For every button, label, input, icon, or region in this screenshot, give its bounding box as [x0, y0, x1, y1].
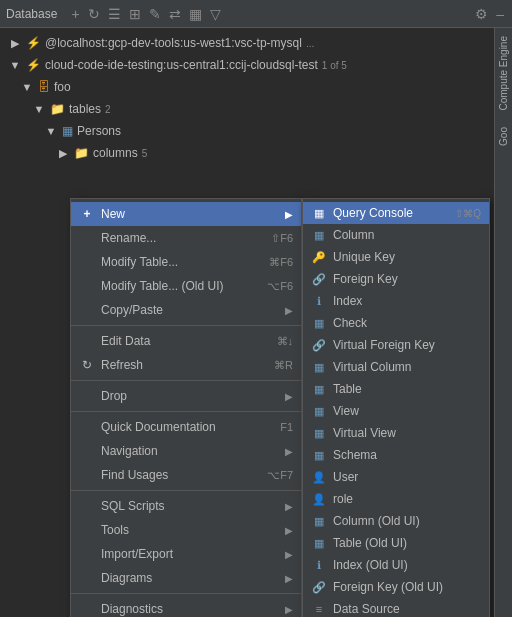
settings-icon[interactable]: ⚙: [473, 4, 490, 24]
tree-area: ▶ ⚡ @localhost:gcp-dev-tools:us-west1:vs…: [0, 28, 494, 617]
columns-icon[interactable]: ⊞: [127, 4, 143, 24]
menu-item-editdata[interactable]: Edit Data ⌘↓: [71, 329, 301, 353]
submenu-item-table[interactable]: ▦ Table: [303, 378, 489, 400]
submenu-item-column-old[interactable]: ▦ Column (Old UI): [303, 510, 489, 532]
fk-old-icon: 🔗: [311, 581, 327, 594]
submenu-label-column: Column: [333, 228, 374, 242]
submenu-label-table-old: Table (Old UI): [333, 536, 407, 550]
submenu-item-virtualcol[interactable]: ▦ Virtual Column: [303, 356, 489, 378]
menu-label-diagrams: Diagrams: [101, 571, 285, 585]
menu-item-drop[interactable]: Drop ▶: [71, 384, 301, 408]
sep-3: [71, 411, 301, 412]
submenu-label-index: Index: [333, 294, 362, 308]
submenu-item-column[interactable]: ▦ Column: [303, 224, 489, 246]
submenu-item-user[interactable]: 👤 User: [303, 466, 489, 488]
menu-item-new[interactable]: + New ▶: [71, 202, 301, 226]
submenu-item-check[interactable]: ▦ Check: [303, 312, 489, 334]
arrow-icon-new: ▶: [285, 209, 293, 220]
submenu-item-datasource[interactable]: ≡ Data Source: [303, 598, 489, 617]
virtualfk-icon: 🔗: [311, 339, 327, 352]
submenu-label-virtualview: Virtual View: [333, 426, 396, 440]
submenu-item-view[interactable]: ▦ View: [303, 400, 489, 422]
submenu-item-table-old[interactable]: ▦ Table (Old UI): [303, 532, 489, 554]
menu-item-importexport[interactable]: Import/Export ▶: [71, 542, 301, 566]
tree-item-foo[interactable]: ▼ 🗄 foo: [0, 76, 494, 98]
right-tab-compute[interactable]: Compute Engine: [496, 28, 511, 119]
column-icon: ▦: [311, 229, 327, 242]
arrow-icon-nav: ▶: [285, 446, 293, 457]
shortcut-modify: ⌘F6: [269, 256, 293, 269]
submenu-item-schema[interactable]: ▦ Schema: [303, 444, 489, 466]
submenu-label-column-old: Column (Old UI): [333, 514, 420, 528]
submenu-item-role[interactable]: 👤 role: [303, 488, 489, 510]
menu-label-importexport: Import/Export: [101, 547, 285, 561]
right-tab-goo[interactable]: Goo: [496, 119, 511, 154]
menu-item-tools[interactable]: Tools ▶: [71, 518, 301, 542]
add-icon[interactable]: +: [69, 4, 81, 24]
submenu-item-index-old[interactable]: ℹ Index (Old UI): [303, 554, 489, 576]
sync-icon[interactable]: ⇄: [167, 4, 183, 24]
arrow-icon-diagnostics: ▶: [285, 604, 293, 615]
tree-item-label-3: foo: [54, 80, 71, 94]
list-icon[interactable]: ☰: [106, 4, 123, 24]
submenu-item-virtualview[interactable]: ▦ Virtual View: [303, 422, 489, 444]
submenu-label-role: role: [333, 492, 353, 506]
table-sub-icon: ▦: [311, 383, 327, 396]
shortcut-modify-old: ⌥F6: [267, 280, 293, 293]
menu-item-navigation[interactable]: Navigation ▶: [71, 439, 301, 463]
virtualcol-icon: ▦: [311, 361, 327, 374]
submenu-new: ▦ Query Console ⇧⌘Q ▦ Column 🔑 Unique Ke…: [302, 198, 490, 617]
minimize-icon[interactable]: –: [494, 4, 506, 24]
menu-label-refresh: Refresh: [101, 358, 266, 372]
submenu-item-virtualfk[interactable]: 🔗 Virtual Foreign Key: [303, 334, 489, 356]
tables-count: 2: [105, 104, 111, 115]
submenu-item-index[interactable]: ℹ Index: [303, 290, 489, 312]
arrow-icon-diag: ▶: [285, 573, 293, 584]
menu-item-findusages[interactable]: Find Usages ⌥F7: [71, 463, 301, 487]
edit-icon[interactable]: ✎: [147, 4, 163, 24]
submenu-label-check: Check: [333, 316, 367, 330]
menu-item-copypaste[interactable]: Copy/Paste ▶: [71, 298, 301, 322]
menu-item-quickdoc[interactable]: Quick Documentation F1: [71, 415, 301, 439]
sep-2: [71, 380, 301, 381]
column-old-icon: ▦: [311, 515, 327, 528]
tree-item-localhost[interactable]: ▶ ⚡ @localhost:gcp-dev-tools:us-west1:vs…: [0, 32, 494, 54]
toolbar-title: Database: [6, 7, 57, 21]
submenu-label-foreignkey: Foreign Key: [333, 272, 398, 286]
menu-item-diagnostics[interactable]: Diagnostics ▶: [71, 597, 301, 617]
index-icon: ℹ: [311, 295, 327, 308]
shortcut-findusages: ⌥F7: [267, 469, 293, 482]
submenu-label-user: User: [333, 470, 358, 484]
submenu-label-schema: Schema: [333, 448, 377, 462]
menu-label-drop: Drop: [101, 389, 285, 403]
submenu-item-fk-old[interactable]: 🔗 Foreign Key (Old UI): [303, 576, 489, 598]
menu-item-modify-old[interactable]: Modify Table... (Old UI) ⌥F6: [71, 274, 301, 298]
count-badge: 1 of 5: [322, 60, 347, 71]
submenu-label-index-old: Index (Old UI): [333, 558, 408, 572]
menu-item-refresh[interactable]: ↻ Refresh ⌘R: [71, 353, 301, 377]
menu-item-diagrams[interactable]: Diagrams ▶: [71, 566, 301, 590]
menu-label-diagnostics: Diagnostics: [101, 602, 285, 616]
tree-item-cloudcode[interactable]: ▼ ⚡ cloud-code-ide-testing:us-central1:c…: [0, 54, 494, 76]
tree-item-persons[interactable]: ▼ ▦ Persons: [0, 120, 494, 142]
menu-item-rename[interactable]: Rename... ⇧F6: [71, 226, 301, 250]
toolbar: Database + ↻ ☰ ⊞ ✎ ⇄ ▦ ▽ ⚙ –: [0, 0, 512, 28]
shortcut-rename: ⇧F6: [271, 232, 293, 245]
expand-icon-2: ▼: [8, 59, 22, 71]
submenu-header[interactable]: ▦ Query Console ⇧⌘Q: [303, 202, 489, 224]
role-icon: 👤: [311, 493, 327, 506]
table-old-icon: ▦: [311, 537, 327, 550]
tree-item-label-5: Persons: [77, 124, 121, 138]
tree-item-tables[interactable]: ▼ 📁 tables 2: [0, 98, 494, 120]
menu-label-editdata: Edit Data: [101, 334, 269, 348]
submenu-item-foreignkey[interactable]: 🔗 Foreign Key: [303, 268, 489, 290]
submenu-item-uniquekey[interactable]: 🔑 Unique Key: [303, 246, 489, 268]
filter-icon[interactable]: ▽: [208, 4, 223, 24]
tree-item-columns[interactable]: ▶ 📁 columns 5: [0, 142, 494, 164]
menu-item-sqlscripts[interactable]: SQL Scripts ▶: [71, 494, 301, 518]
menu-item-modify-table[interactable]: Modify Table... ⌘F6: [71, 250, 301, 274]
refresh-icon[interactable]: ↻: [86, 4, 102, 24]
connection-icon: ⚡: [26, 36, 41, 50]
table-icon[interactable]: ▦: [187, 4, 204, 24]
arrow-icon-drop: ▶: [285, 391, 293, 402]
